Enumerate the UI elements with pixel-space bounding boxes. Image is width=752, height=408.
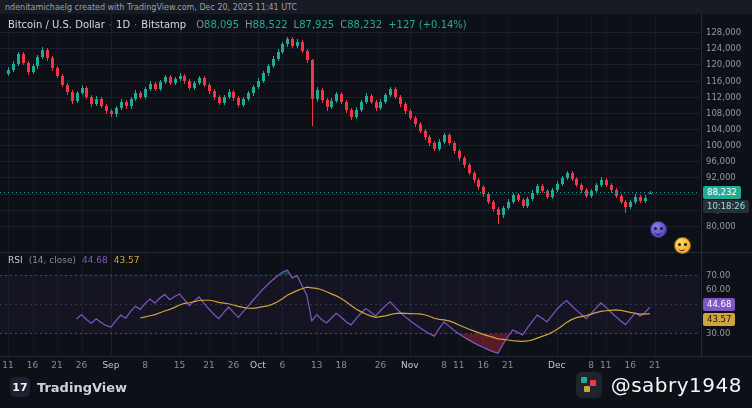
rsi-value-badge: 44.68 [703, 298, 735, 311]
ohlc-values: O88,095 H88,522 L87,925 C88,232 +127 (+0… [196, 19, 467, 30]
symbol-header[interactable]: Bitcoin / U.S. Dollar · 1D · Bitstamp O8… [8, 19, 467, 30]
yellow-face-emoji-sticker[interactable] [674, 237, 691, 254]
separator-dot: · [134, 19, 137, 30]
tradingview-logo[interactable]: 17 TradingView [10, 377, 127, 397]
rsi-ma-value-badge: 43.57 [703, 313, 735, 326]
change-value: +127 (+0.14%) [388, 19, 467, 30]
tradingview-chart-page: ndenitamichaelg created with TradingView… [0, 0, 752, 408]
rsi-indicator-header[interactable]: RSI (14, close) 44.68 43.57 [8, 255, 140, 265]
separator-dot: · [109, 19, 112, 30]
attribution-bar: ndenitamichaelg created with TradingView… [0, 0, 752, 14]
watermark-logo-icon [576, 372, 602, 398]
high-value: 88,522 [253, 19, 288, 30]
rsi-title: RSI [8, 255, 23, 265]
purple-face-emoji-sticker[interactable] [650, 221, 667, 238]
exchange-label: Bitstamp [141, 19, 186, 30]
watermark: @sabry1948 [576, 372, 742, 398]
rsi-value: 44.68 [82, 255, 108, 265]
rsi-params: (14, close) [29, 255, 76, 265]
watermark-handle: @sabry1948 [611, 373, 742, 397]
attribution-text: ndenitamichaelg created with TradingView… [0, 3, 297, 12]
tradingview-logo-icon: 17 [10, 377, 30, 397]
price-chart-canvas[interactable] [0, 14, 752, 372]
symbol-title: Bitcoin / U.S. Dollar [8, 19, 105, 30]
tradingview-brand-text: TradingView [37, 380, 127, 395]
close-value: 88,232 [347, 19, 382, 30]
interval-label: 1D [116, 19, 130, 30]
open-value: 88,095 [204, 19, 239, 30]
low-value: 87,925 [299, 19, 334, 30]
last-price-badge: 88,232 [703, 186, 741, 199]
bar-countdown-badge: 10:18:26 [703, 200, 749, 213]
rsi-ma-value: 43.57 [114, 255, 140, 265]
